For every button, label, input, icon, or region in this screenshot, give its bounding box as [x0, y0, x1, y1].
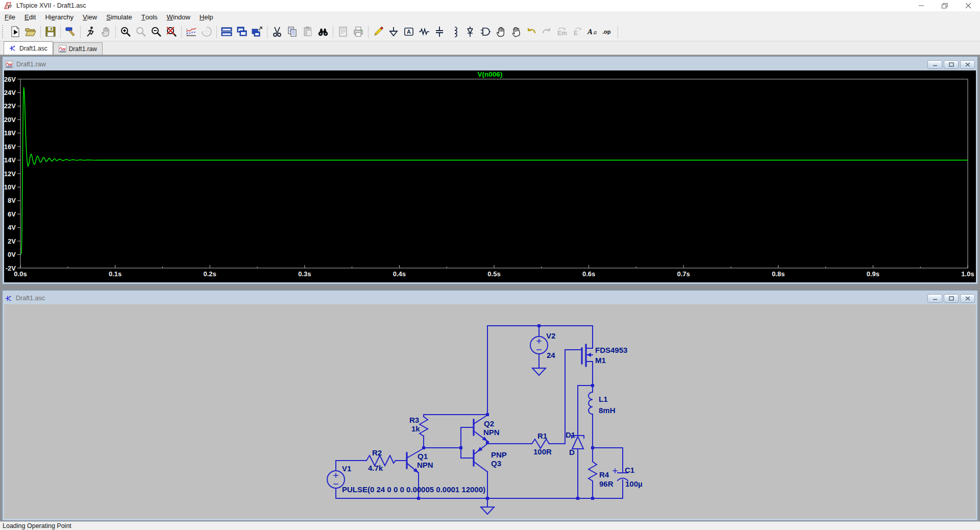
label-r2[interactable]: R2	[372, 448, 382, 457]
waveform-plot-area[interactable]: 26V24V22V20V18V16V14V12V10V8V6V4V2V0V-2V…	[4, 70, 976, 282]
schematic-minimize-button[interactable]	[927, 294, 942, 303]
plot-settings-button[interactable]	[199, 25, 214, 39]
zoom-full-extents-button[interactable]	[164, 25, 179, 39]
ground-symbol-main[interactable]	[481, 507, 494, 514]
cut-button[interactable]	[270, 25, 285, 39]
rotate-button[interactable]: E	[570, 25, 585, 39]
label-m1[interactable]: M1	[595, 356, 606, 365]
label-c1-value[interactable]: 100µ	[625, 479, 643, 488]
menu-item-help[interactable]: Help	[195, 11, 218, 22]
label-r3[interactable]: R3	[409, 416, 419, 424]
place-capacitor-button[interactable]	[432, 25, 447, 39]
label-q1-value[interactable]: NPN	[417, 461, 433, 469]
print-preview-button[interactable]	[335, 25, 351, 39]
undo-button[interactable]	[524, 25, 539, 39]
draw-wire-button[interactable]	[371, 25, 386, 39]
label-r2-value[interactable]: 4.7k	[368, 464, 383, 472]
place-inductor-button[interactable]	[447, 25, 462, 39]
waveform-close-button[interactable]	[960, 60, 975, 69]
component-r3[interactable]	[420, 417, 428, 436]
place-diode-button[interactable]	[462, 25, 478, 39]
menu-item-tools[interactable]: Tools	[137, 11, 162, 22]
schematic-canvas-area[interactable]: V1 R2 4.7k Q1 NPN R3 1k Q2 NPN PNP Q3 R1…	[4, 304, 976, 519]
label-net-button[interactable]: A	[401, 25, 416, 39]
label-r4[interactable]: R4	[599, 470, 609, 479]
redo-button[interactable]	[539, 25, 554, 39]
paste-button[interactable]	[300, 25, 315, 39]
menu-item-view[interactable]: View	[78, 11, 102, 22]
spice-directive-button[interactable]: .op	[600, 25, 616, 39]
tab-draft1-asc[interactable]: Draft1.asc	[4, 41, 53, 55]
component-l1[interactable]	[589, 392, 593, 414]
copy-button[interactable]	[285, 25, 300, 39]
print-button[interactable]	[351, 25, 366, 39]
label-q2-value[interactable]: NPN	[483, 428, 500, 437]
label-v2-value[interactable]: 24	[547, 351, 555, 359]
autorange-y-axis-button[interactable]	[184, 25, 199, 39]
control-panel-button[interactable]	[63, 25, 78, 39]
component-q3[interactable]	[474, 444, 487, 472]
save-button[interactable]	[43, 25, 58, 39]
schematic-close-button[interactable]	[960, 294, 975, 303]
zoom-in-button[interactable]	[118, 25, 133, 39]
place-ground-button[interactable]	[386, 25, 401, 39]
minimize-button[interactable]	[910, 0, 933, 11]
schematic-window-titlebar[interactable]: Draft1.asc	[4, 292, 976, 304]
label-v2[interactable]: V2	[546, 331, 555, 340]
mirror-button[interactable]: Em	[554, 25, 570, 39]
svg-text:.op: .op	[602, 29, 611, 35]
label-r1-value[interactable]: 100R	[533, 447, 552, 456]
label-q1[interactable]: Q1	[418, 452, 428, 461]
trace-v-n006[interactable]	[20, 87, 968, 255]
zoom-back-button[interactable]	[133, 25, 149, 39]
schematic-canvas[interactable]: V1 R2 4.7k Q1 NPN R3 1k Q2 NPN PNP Q3 R1…	[4, 304, 976, 519]
new-schematic-button[interactable]	[8, 25, 23, 39]
schematic-maximize-button[interactable]	[944, 294, 959, 303]
menu-item-hierarchy[interactable]: Hierarchy	[40, 11, 78, 22]
zoom-out-button[interactable]	[149, 25, 164, 39]
waveform-window-titlebar[interactable]: Draft1.raw	[4, 58, 976, 70]
component-m1[interactable]	[582, 345, 593, 366]
halt-button[interactable]	[98, 25, 113, 39]
place-resistor-button[interactable]	[416, 25, 432, 39]
waveform-maximize-button[interactable]	[944, 60, 959, 69]
label-v1[interactable]: V1	[342, 464, 351, 473]
label-d1[interactable]: D1	[566, 430, 575, 439]
component-r4[interactable]	[589, 462, 597, 484]
cascade-windows-button[interactable]	[250, 25, 265, 39]
drag-button[interactable]	[508, 25, 524, 39]
label-q3[interactable]: Q3	[491, 459, 501, 468]
label-m1-value[interactable]: FDS4953	[595, 346, 627, 354]
tile-vertically-button[interactable]	[234, 25, 250, 39]
open-button[interactable]	[23, 25, 38, 39]
place-component-button[interactable]	[478, 25, 493, 39]
label-d1-value[interactable]: D	[569, 448, 575, 456]
run-button[interactable]	[83, 25, 98, 39]
restore-button[interactable]	[933, 0, 957, 11]
menu-item-file[interactable]: File	[0, 11, 20, 22]
move-button[interactable]	[493, 25, 508, 39]
ground-symbol-v2[interactable]	[532, 368, 546, 375]
tile-horizontally-button[interactable]	[219, 25, 234, 39]
label-q3-value[interactable]: PNP	[491, 450, 507, 459]
component-v2[interactable]	[530, 336, 548, 354]
menu-item-simulate[interactable]: Simulate	[102, 11, 137, 22]
label-r1[interactable]: R1	[537, 431, 547, 440]
label-q2[interactable]: Q2	[484, 419, 494, 428]
close-button[interactable]	[957, 0, 980, 11]
label-l1[interactable]: L1	[599, 395, 608, 403]
menu-item-window[interactable]: Window	[162, 11, 195, 22]
label-r3-value[interactable]: 1k	[411, 424, 420, 433]
label-pulse-directive[interactable]: PULSE(0 24 0 0 0 0.00005 0.0001 12000)	[342, 485, 485, 494]
waveform-minimize-button[interactable]	[927, 60, 942, 69]
find-button[interactable]	[315, 25, 331, 39]
menu-item-edit[interactable]: Edit	[20, 11, 40, 22]
label-c1[interactable]: C1	[625, 466, 634, 474]
toolbar-grip[interactable]	[2, 25, 5, 38]
tab-draft1-raw[interactable]: Draft1.raw	[53, 42, 103, 55]
trace-legend[interactable]: V(n006)	[478, 70, 503, 78]
waveform-plot[interactable]: 26V24V22V20V18V16V14V12V10V8V6V4V2V0V-2V…	[4, 70, 976, 282]
label-l1-value[interactable]: 8mH	[599, 406, 616, 415]
label-r4-value[interactable]: 96R	[599, 479, 614, 488]
place-text-button[interactable]: Aa	[585, 25, 600, 39]
